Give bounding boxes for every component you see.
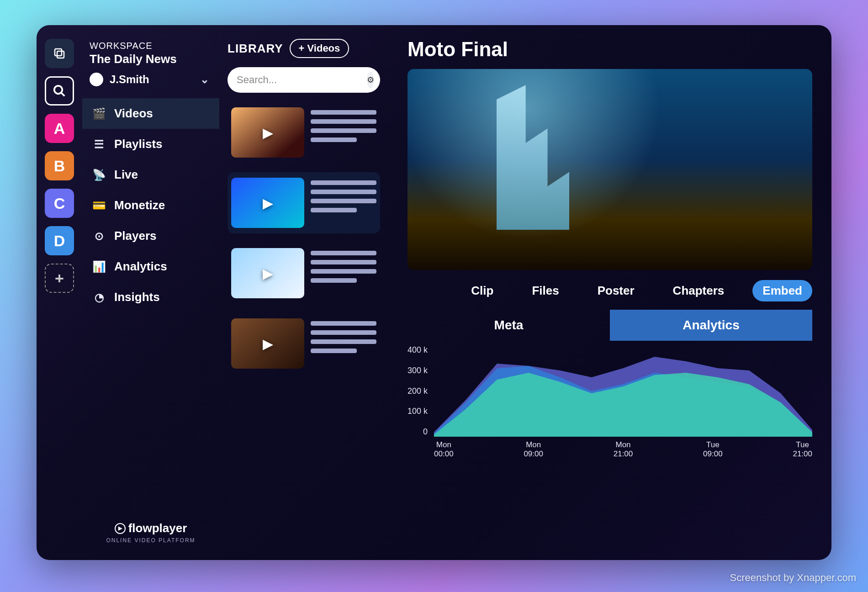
play-icon: ▶ <box>231 318 304 369</box>
svg-rect-0 <box>55 49 62 56</box>
sidebar-item-label: Analytics <box>114 259 167 274</box>
chart-x-labels: Mon 00:00 Mon 09:00 Mon 21:00 Tue 09:00 … <box>434 440 812 459</box>
brand-footer: ▶ flowplayer ONLINE VIDEO PLATFORM <box>82 507 219 560</box>
library-title: LIBRARY <box>228 42 283 56</box>
rail-add-workspace[interactable]: + <box>45 264 74 293</box>
rail-workspace-d[interactable]: D <box>45 226 74 255</box>
video-meta-placeholder <box>311 248 376 283</box>
video-meta-placeholder <box>311 178 376 212</box>
video-thumbnail: ▶ <box>231 248 304 298</box>
video-preview[interactable] <box>408 69 812 270</box>
tab-poster[interactable]: Poster <box>587 280 645 301</box>
sidebar-item-players[interactable]: ⊙ Players <box>82 221 219 251</box>
play-icon: ▶ <box>231 248 304 298</box>
avatar <box>90 73 103 86</box>
filter-icon[interactable]: ⚙ <box>367 72 374 88</box>
chart-icon: 📊 <box>92 260 106 273</box>
library-item[interactable]: ▶ <box>228 243 380 304</box>
video-thumbnail: ▶ <box>231 178 304 228</box>
play-icon: ▶ <box>231 178 304 228</box>
workspace-eyebrow: WORKSPACE <box>90 41 219 51</box>
sidebar-item-monetize[interactable]: 💳 Monetize <box>82 190 219 221</box>
tab-files[interactable]: Files <box>522 280 569 301</box>
wallet-icon: 💳 <box>92 199 106 212</box>
main-panel: Moto Final Clip Files Poster Chapters Em… <box>388 25 831 560</box>
rail-search[interactable] <box>45 76 74 106</box>
chevron-down-icon: ⌄ <box>200 73 209 86</box>
workspace-user-switcher[interactable]: J.Smith ⌄ <box>90 73 219 86</box>
rail-workspace-a[interactable]: A <box>45 114 74 143</box>
clapper-icon: 🎬 <box>92 107 106 120</box>
chart-y-labels: 400 k 300 k 200 k 100 k 0 <box>408 345 429 437</box>
sidebar-item-analytics[interactable]: 📊 Analytics <box>82 251 219 282</box>
screenshot-watermark: Screenshot by Xnapper.com <box>730 572 856 584</box>
panel-tab-meta[interactable]: Meta <box>408 310 610 341</box>
video-title: Moto Final <box>408 38 812 61</box>
rail-workspace-b[interactable]: B <box>45 151 74 180</box>
rail-workspace-c[interactable]: C <box>45 189 74 218</box>
pie-icon: ◔ <box>92 291 106 304</box>
panel-tab-analytics[interactable]: Analytics <box>610 310 812 341</box>
play-icon: ▶ <box>231 107 304 158</box>
area-chart-svg <box>434 345 812 437</box>
sidebar-item-label: Monetize <box>114 198 165 212</box>
sidebar-item-insights[interactable]: ◔ Insights <box>82 282 219 312</box>
brand-subtitle: ONLINE VIDEO PLATFORM <box>82 537 219 544</box>
panel-tabs: Meta Analytics <box>408 310 812 341</box>
svg-line-3 <box>61 93 65 96</box>
analytics-chart: 400 k 300 k 200 k 100 k 0 Mon 00:00 Mon … <box>408 345 812 459</box>
app-window: A B C D + WORKSPACE The Daily News J.Smi… <box>37 25 831 560</box>
sidebar-item-label: Insights <box>114 290 160 304</box>
svg-rect-1 <box>57 51 64 58</box>
rail-home[interactable] <box>45 39 74 68</box>
svg-point-2 <box>54 86 63 94</box>
workspace-title: The Daily News <box>90 52 219 66</box>
list-icon: ☰ <box>92 138 106 151</box>
sidebar: WORKSPACE The Daily News J.Smith ⌄ 🎬 Vid… <box>82 25 219 560</box>
video-meta-placeholder <box>311 107 376 142</box>
sidebar-item-label: Playlists <box>114 137 163 151</box>
sidebar-item-live[interactable]: 📡 Live <box>82 159 219 190</box>
tab-embed[interactable]: Embed <box>752 280 812 301</box>
library-item[interactable]: ▶ <box>228 313 380 374</box>
tab-clip[interactable]: Clip <box>461 280 503 301</box>
brand-play-icon: ▶ <box>115 523 126 534</box>
add-videos-button[interactable]: + Videos <box>290 39 349 58</box>
sidebar-item-label: Videos <box>114 106 153 121</box>
sidebar-item-label: Players <box>114 229 157 243</box>
sidebar-item-label: Live <box>114 168 138 182</box>
library-column: LIBRARY + Videos ⚙ ▶ ▶ ▶ ▶ <box>219 25 388 560</box>
asset-tabs: Clip Files Poster Chapters Embed <box>408 280 812 301</box>
sidebar-item-playlists[interactable]: ☰ Playlists <box>82 129 219 159</box>
workspace-rail: A B C D + <box>37 25 82 560</box>
library-item[interactable]: ▶ <box>228 102 380 163</box>
search-box[interactable]: ⚙ <box>228 67 380 93</box>
tab-chapters[interactable]: Chapters <box>663 280 735 301</box>
sidebar-item-videos[interactable]: 🎬 Videos <box>82 98 219 129</box>
live-icon: 📡 <box>92 169 106 181</box>
video-meta-placeholder <box>311 318 376 353</box>
brand-name: flowplayer <box>128 521 187 535</box>
video-thumbnail: ▶ <box>231 107 304 158</box>
user-name: J.Smith <box>110 73 149 86</box>
play-circle-icon: ⊙ <box>92 230 106 243</box>
library-item[interactable]: ▶ <box>228 172 380 233</box>
video-thumbnail: ▶ <box>231 318 304 369</box>
search-input[interactable] <box>237 74 362 86</box>
